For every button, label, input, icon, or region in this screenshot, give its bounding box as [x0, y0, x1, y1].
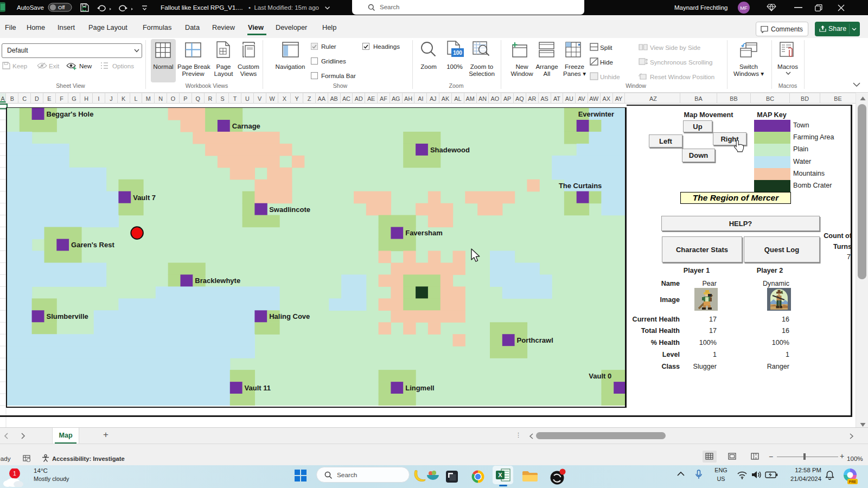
- svg-text:Porthcrawl: Porthcrawl: [517, 336, 553, 344]
- svg-text:100: 100: [453, 50, 462, 56]
- svg-text:Carnage: Carnage: [232, 122, 260, 130]
- svg-text:PRE: PRE: [849, 480, 857, 484]
- svg-text:Beggar's Hole: Beggar's Hole: [47, 110, 94, 118]
- svg-text:Faversham: Faversham: [405, 229, 443, 237]
- svg-text:Slumberville: Slumberville: [47, 312, 88, 320]
- svg-text:Off: Off: [58, 4, 65, 10]
- svg-text:1: 1: [13, 470, 16, 477]
- svg-text:Vault 0: Vault 0: [589, 372, 611, 380]
- svg-text:Bracklewhyte: Bracklewhyte: [195, 277, 240, 285]
- svg-text:Lingmell: Lingmell: [405, 384, 434, 392]
- svg-text:Everwinter: Everwinter: [578, 110, 614, 118]
- svg-text:X: X: [498, 472, 502, 478]
- svg-text:Shadewood: Shadewood: [430, 146, 470, 154]
- svg-text:The Curtains: The Curtains: [559, 182, 602, 190]
- svg-text:MF: MF: [740, 5, 748, 11]
- svg-text:Vault 11: Vault 11: [245, 384, 271, 392]
- svg-text:Vault 7: Vault 7: [133, 194, 156, 202]
- svg-text:Garen's Rest: Garen's Rest: [71, 241, 114, 249]
- svg-text:Swadlincote: Swadlincote: [269, 206, 310, 214]
- svg-text:Haling Cove: Haling Cove: [269, 312, 310, 320]
